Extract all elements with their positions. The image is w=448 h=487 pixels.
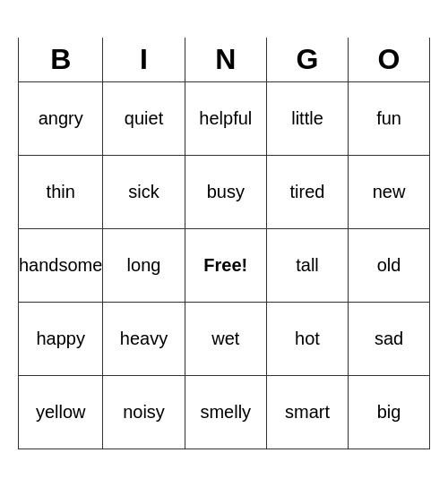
header-n: N <box>185 38 266 82</box>
header-i: I <box>103 38 185 82</box>
list-item: yellow <box>19 376 103 449</box>
table-row: angryquiethelpfullittlefun <box>19 82 430 156</box>
list-item: heavy <box>103 303 185 376</box>
header-o: O <box>349 38 430 82</box>
list-item: fun <box>349 82 430 156</box>
list-item: big <box>349 376 430 449</box>
list-item: hot <box>266 303 348 376</box>
header-b: B <box>19 38 103 82</box>
list-item: wet <box>185 303 266 376</box>
list-item: handsome <box>19 229 103 303</box>
list-item: tall <box>266 229 348 303</box>
list-item: noisy <box>103 376 185 449</box>
list-item: sad <box>349 303 430 376</box>
bingo-card: B I N G O angryquiethelpfullittlefunthin… <box>18 38 430 450</box>
list-item: happy <box>19 303 103 376</box>
list-item: smelly <box>185 376 266 449</box>
list-item: smart <box>266 376 348 449</box>
list-item: sick <box>103 156 185 229</box>
list-item: helpful <box>185 82 266 156</box>
list-item: thin <box>19 156 103 229</box>
list-item: tired <box>266 156 348 229</box>
table-row: handsomelongFree!tallold <box>19 229 430 303</box>
list-item: Free! <box>185 229 266 303</box>
table-row: thinsickbusytirednew <box>19 156 430 229</box>
list-item: new <box>349 156 430 229</box>
bingo-body: angryquiethelpfullittlefunthinsickbusyti… <box>19 82 430 449</box>
header-g: G <box>266 38 348 82</box>
list-item: quiet <box>103 82 185 156</box>
table-row: yellownoisysmellysmartbig <box>19 376 430 449</box>
list-item: little <box>266 82 348 156</box>
list-item: old <box>349 229 430 303</box>
list-item: long <box>103 229 185 303</box>
bingo-header-row: B I N G O <box>19 38 430 82</box>
table-row: happyheavywethotsad <box>19 303 430 376</box>
list-item: angry <box>19 82 103 156</box>
list-item: busy <box>185 156 266 229</box>
